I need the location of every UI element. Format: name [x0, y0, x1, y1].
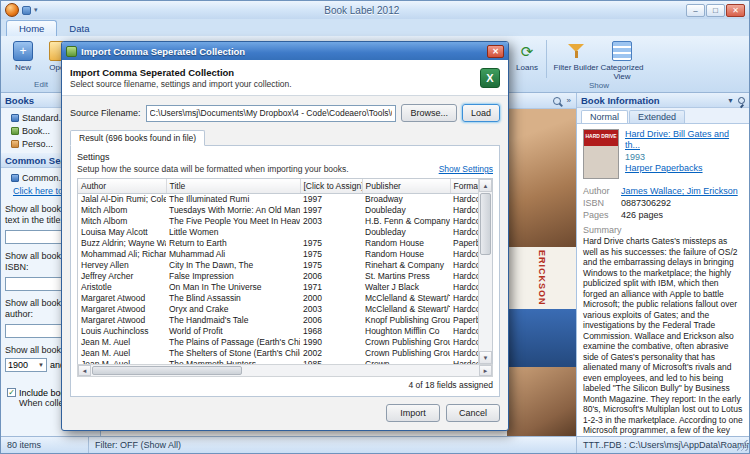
cell-title: The Blind Assassin [166, 293, 300, 304]
book-cover-thumbnail[interactable]: HARD DRIVE [583, 129, 619, 179]
cell-title: The Five People You Meet In Heaven [166, 216, 300, 227]
cell-publisher: Knopf Publishing Group [362, 315, 450, 326]
minimize-button[interactable]: – [686, 4, 705, 17]
table-row[interactable]: Jeffrey Archer False Impression 2006 St.… [78, 271, 478, 282]
cell-author: Jean M. Auel [78, 337, 166, 348]
dialog-titlebar[interactable]: Import Comma Seperated Collection ✕ [62, 42, 508, 60]
cell-assign: 1975 [300, 260, 362, 271]
tab-extended[interactable]: Extended [629, 110, 685, 123]
categorized-view-button[interactable]: Categorized View [599, 38, 645, 81]
fields-assigned-status: 4 of 18 fields assigned [77, 380, 493, 390]
cell-assign: 2006 [300, 315, 362, 326]
column-header-publisher[interactable]: Publisher [362, 179, 450, 193]
column-header-format[interactable]: Format [450, 179, 478, 193]
table-row[interactable]: Hervey Allen City In The Dawn, The 1975 … [78, 260, 478, 271]
cell-title: Little Women [166, 227, 300, 238]
horizontal-scrollbar[interactable]: ◄ ► [77, 364, 493, 377]
book-cover-thumbnail[interactable]: ERICKSON [507, 247, 576, 309]
scroll-left-icon[interactable]: ◄ [78, 365, 91, 376]
table-row[interactable]: Mohammad Ali; Richard... Muhammad Ali 19… [78, 249, 478, 260]
book-information-header: Book Information ▼ [577, 93, 749, 108]
column-header-assign[interactable]: [Click to Assign] [300, 179, 362, 193]
cell-publisher: McClelland & Stewart/Tundr... [362, 293, 450, 304]
cell-assign: 1997 [300, 193, 362, 205]
scroll-right-icon[interactable]: ► [479, 365, 492, 376]
chevron-down-icon[interactable]: ▼ [727, 97, 734, 104]
table-row[interactable]: Mitch Albom The Five People You Meet In … [78, 216, 478, 227]
tab-data[interactable]: Data [57, 21, 101, 36]
close-button[interactable]: ✕ [726, 4, 745, 17]
table-row[interactable]: Aristotle On Man In The Universe 1971 Wa… [78, 282, 478, 293]
isbn-value: 0887306292 [621, 197, 671, 209]
book-title-link[interactable]: Hard Drive: Bill Gates and th... [625, 129, 743, 151]
column-header-author[interactable]: Author [78, 179, 166, 193]
resize-grip[interactable] [737, 440, 748, 451]
cell-publisher: McClelland & Stewart/Tundr... [362, 304, 450, 315]
table-row[interactable]: Louisa May Alcott Little Women Doubleday… [78, 227, 478, 238]
book-cover-thumbnail[interactable] [507, 367, 576, 436]
chevron-right-double-icon[interactable]: » [567, 96, 571, 105]
cell-format: Hardcover [450, 205, 478, 216]
cancel-button[interactable]: Cancel [446, 404, 500, 422]
author-value-link[interactable]: James Wallace; Jim Erickson [621, 185, 738, 197]
cell-format: Hardcover [450, 282, 478, 293]
app-menu-button[interactable] [5, 3, 19, 17]
cell-author: Jalal Al-Din Rumi; Colem... [78, 193, 166, 205]
book-publisher-link[interactable]: Harper Paperbacks [625, 163, 743, 173]
table-row[interactable]: Margaret Atwood The Blind Assassin 2000 … [78, 293, 478, 304]
import-preview-table: Author Title [Click to Assign] Publisher… [77, 178, 493, 364]
table-row[interactable]: Mitch Albom Tuesdays With Morrie: An Old… [78, 205, 478, 216]
book-covers-strip: ERICKSON [507, 109, 576, 436]
book-cover-thumbnail[interactable] [507, 309, 576, 367]
scroll-down-icon[interactable]: ▼ [479, 351, 492, 364]
table-row[interactable]: Margaret Atwood Oryx and Crake 2003 McCl… [78, 304, 478, 315]
cell-author: Louisa May Alcott [78, 227, 166, 238]
new-button[interactable]: + New [5, 38, 41, 80]
cell-publisher: St. Martins Press [362, 271, 450, 282]
tab-normal[interactable]: Normal [581, 110, 628, 123]
book-icon [11, 127, 19, 135]
ribbon-tabs: Home Data [1, 19, 749, 36]
author-label: Author [583, 185, 621, 197]
table-row[interactable]: Buzz Aldrin; Wayne Warga Return to Earth… [78, 238, 478, 249]
table-row[interactable]: Jalal Al-Din Rumi; Colem... The Illumina… [78, 193, 478, 205]
book-cover-thumbnail[interactable] [507, 109, 576, 247]
search-icon[interactable] [553, 97, 561, 105]
dialog-title: Import Comma Seperated Collection [81, 46, 483, 57]
scroll-up-icon[interactable]: ▲ [479, 179, 492, 192]
cell-title: On Man In The Universe [166, 282, 300, 293]
filter-builder-button[interactable]: Filter Builder [553, 38, 599, 81]
pin-icon[interactable] [738, 97, 745, 104]
status-filter: Filter: OFF (Show All) [89, 437, 577, 453]
browse-button[interactable]: Browse... [401, 104, 457, 122]
table-row[interactable]: Margaret Atwood The Handmaid's Tale 2006… [78, 315, 478, 326]
loans-button[interactable]: ⟳ Loans [509, 38, 545, 80]
show-settings-link[interactable]: Show Settings [439, 164, 493, 174]
source-filename-input[interactable] [146, 105, 397, 122]
year-from-select[interactable]: 1900 ▼ [5, 358, 47, 372]
vertical-scroll-thumb[interactable] [480, 193, 491, 255]
cell-author: Aristotle [78, 282, 166, 293]
table-row[interactable]: Louis Auchincloss World of Profit 1968 H… [78, 326, 478, 337]
horizontal-scroll-thumb[interactable] [92, 366, 242, 375]
vertical-scrollbar[interactable]: ▲ ▼ [478, 179, 492, 364]
book-information-panel: Book Information ▼ Normal Extended HARD … [576, 93, 749, 436]
filter-icon [566, 41, 586, 61]
dialog-icon [66, 46, 77, 57]
table-row[interactable]: Jean M. Auel The Plains of Passage (Eart… [78, 337, 478, 348]
quick-access-dropdown-icon[interactable]: ▾ [34, 6, 38, 14]
result-tab[interactable]: Result (696 books found in file) [70, 130, 205, 146]
dialog-close-button[interactable]: ✕ [487, 45, 504, 58]
column-header-title[interactable]: Title [166, 179, 300, 193]
load-button[interactable]: Load [462, 104, 500, 122]
cell-format: Hardcover [450, 216, 478, 227]
tab-home[interactable]: Home [6, 20, 57, 36]
source-filename-label: Source Filename: [70, 108, 141, 118]
include-book-checkbox[interactable]: ✓ [7, 388, 16, 397]
table-row[interactable]: Jean M. Auel The Shelters of Stone (Eart… [78, 348, 478, 359]
cell-assign: 2006 [300, 271, 362, 282]
quick-access-icon[interactable] [22, 6, 31, 15]
cell-title: Muhammad Ali [166, 249, 300, 260]
import-button[interactable]: Import [386, 404, 440, 422]
maximize-button[interactable]: □ [706, 4, 725, 17]
